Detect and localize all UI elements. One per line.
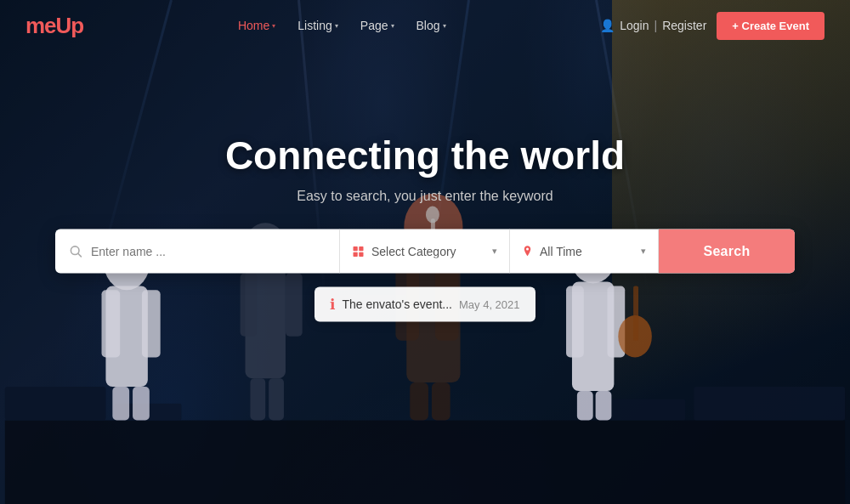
hero-section: meUp Home ▾ Listing ▾ Page ▾ Blog ▾ 👤 xyxy=(0,0,850,504)
nav-links: Home ▾ Listing ▾ Page ▾ Blog ▾ xyxy=(230,14,455,37)
svg-rect-21 xyxy=(410,382,428,420)
svg-rect-9 xyxy=(112,387,129,421)
listing-caret-icon: ▾ xyxy=(335,22,338,30)
name-input[interactable] xyxy=(91,244,326,258)
nav-right: 👤 Login | Register + Create Event xyxy=(600,12,824,40)
svg-rect-1 xyxy=(5,387,106,421)
navbar: meUp Home ▾ Listing ▾ Page ▾ Blog ▾ 👤 xyxy=(0,0,850,51)
svg-rect-37 xyxy=(354,252,358,257)
nav-item-blog[interactable]: Blog ▾ xyxy=(408,14,455,37)
login-link[interactable]: Login xyxy=(620,19,649,32)
info-icon: ℹ xyxy=(330,295,335,313)
svg-rect-35 xyxy=(354,246,358,251)
blog-caret-icon: ▾ xyxy=(443,22,446,30)
user-icon: 👤 xyxy=(600,19,615,32)
nav-item-listing[interactable]: Listing ▾ xyxy=(289,14,346,37)
logo[interactable]: meUp xyxy=(26,13,83,39)
svg-rect-38 xyxy=(359,252,363,257)
svg-rect-15 xyxy=(250,378,265,420)
category-icon xyxy=(352,244,365,258)
event-name: The envato's event... xyxy=(342,297,452,311)
location-pin-icon xyxy=(522,244,533,258)
event-tooltip[interactable]: ℹ The envato's event... May 4, 2021 xyxy=(314,286,535,321)
svg-rect-10 xyxy=(133,387,150,421)
page-caret-icon: ▾ xyxy=(391,22,394,30)
home-caret-icon: ▾ xyxy=(272,22,275,30)
time-select[interactable]: All Time Today This Week This Month This… xyxy=(540,244,646,258)
register-link[interactable]: Register xyxy=(662,19,706,32)
create-event-button[interactable]: + Create Event xyxy=(717,12,824,40)
nav-auth: 👤 Login | Register xyxy=(600,19,706,32)
svg-rect-22 xyxy=(432,382,450,420)
hero-title: Connecting the world xyxy=(0,132,850,178)
svg-rect-27 xyxy=(577,391,593,421)
search-button[interactable]: Search xyxy=(659,229,795,273)
logo-me: me xyxy=(26,13,56,38)
category-select[interactable]: Select Category Music Sports Technology … xyxy=(371,244,497,258)
svg-point-39 xyxy=(526,247,529,250)
event-date: May 4, 2021 xyxy=(459,297,520,310)
hero-content: Connecting the world Easy to search, you… xyxy=(0,132,850,321)
category-select-wrapper[interactable]: Select Category Music Sports Technology … xyxy=(340,229,510,273)
logo-up: Up xyxy=(56,13,84,38)
search-name-field[interactable] xyxy=(55,229,340,273)
search-bar: Select Category Music Sports Technology … xyxy=(55,229,795,273)
auth-divider: | xyxy=(654,19,658,32)
svg-rect-16 xyxy=(269,378,284,420)
svg-rect-28 xyxy=(596,391,612,421)
svg-rect-36 xyxy=(359,246,363,251)
nav-item-page[interactable]: Page ▾ xyxy=(352,14,403,37)
nav-item-home[interactable]: Home ▾ xyxy=(230,14,284,37)
time-select-wrapper[interactable]: All Time Today This Week This Month This… xyxy=(510,229,659,273)
svg-rect-3 xyxy=(114,403,181,420)
svg-line-34 xyxy=(78,254,82,258)
search-icon xyxy=(69,243,82,258)
hero-subtitle: Easy to search, you just enter the keywo… xyxy=(0,188,850,203)
